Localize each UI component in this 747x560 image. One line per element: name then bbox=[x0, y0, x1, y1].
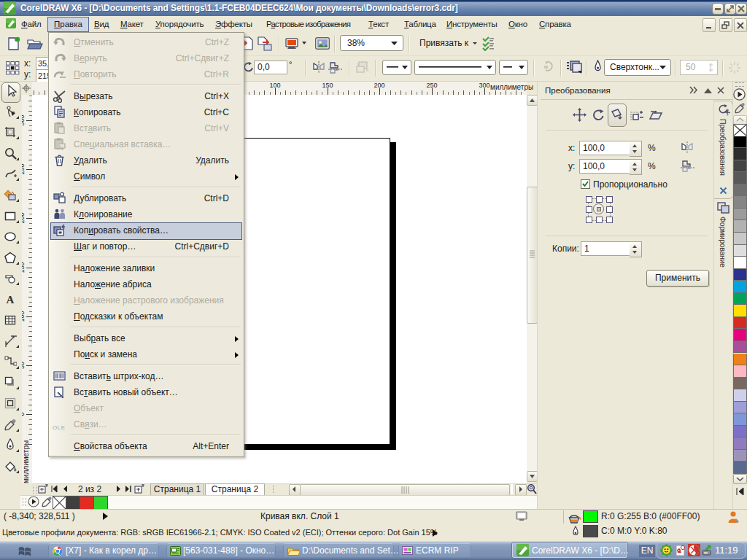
svg-text:A: A bbox=[7, 294, 15, 306]
